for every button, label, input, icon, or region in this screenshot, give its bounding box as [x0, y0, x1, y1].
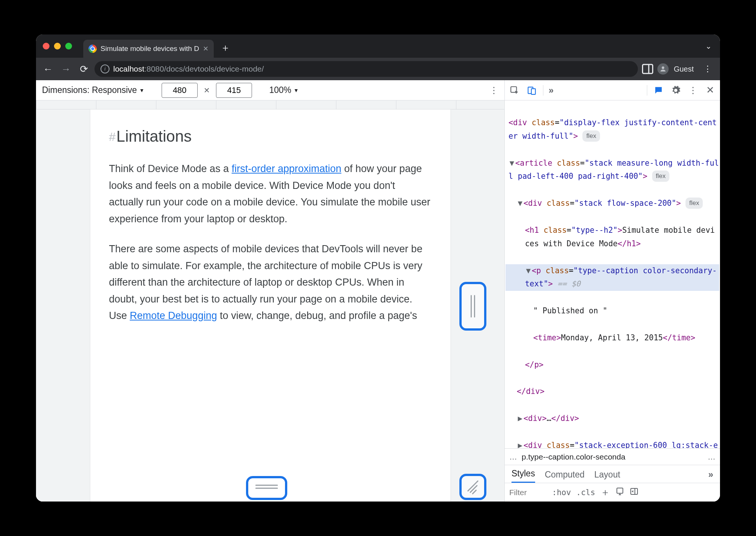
- page-heading: #Limitations: [109, 127, 432, 145]
- dimensions-label: Dimensions: Responsive: [42, 85, 137, 95]
- first-order-link[interactable]: first-order approximation: [232, 163, 342, 174]
- minimize-window-button[interactable]: [54, 43, 61, 49]
- styles-filter-input[interactable]: [509, 488, 547, 497]
- browser-menu-icon[interactable]: ⋮: [704, 64, 712, 74]
- url-host: localhost: [113, 64, 144, 73]
- ruler[interactable]: [36, 100, 504, 109]
- back-button[interactable]: ←: [40, 61, 56, 76]
- simulated-viewport[interactable]: #Limitations Think of Device Mode as a f…: [90, 109, 450, 502]
- styles-overflow-icon[interactable]: »: [708, 469, 713, 483]
- crumb-selected[interactable]: p.type--caption.color-seconda: [522, 452, 626, 461]
- devtools-menu-icon[interactable]: ⋮: [687, 84, 699, 96]
- styles-tabs: Styles Computed Layout »: [505, 465, 720, 483]
- device-more-icon[interactable]: ⋮: [489, 85, 498, 96]
- profile-label[interactable]: Guest: [674, 65, 694, 73]
- resize-handle-corner[interactable]: [459, 474, 486, 500]
- zoom-select[interactable]: 100% ▼: [269, 85, 299, 95]
- breadcrumbs[interactable]: … p.type--caption.color-seconda …: [505, 448, 720, 465]
- zoom-label: 100%: [269, 85, 291, 95]
- crumb-overflow-right[interactable]: …: [708, 452, 716, 461]
- svg-point-2: [662, 66, 664, 69]
- width-input[interactable]: [162, 83, 198, 98]
- device-toggle-icon[interactable]: [526, 84, 538, 96]
- svg-rect-6: [617, 488, 623, 493]
- url-path: /docs/devtools/device-mode/: [164, 64, 264, 73]
- browser-toolbar: ← → ⟳ i localhost:8080/docs/devtools/dev…: [36, 58, 720, 80]
- site-info-icon[interactable]: i: [100, 64, 110, 73]
- devtools-toolbar: » ⋮ ✕: [505, 80, 720, 100]
- resize-handle-bottom[interactable]: [246, 476, 287, 500]
- issues-icon[interactable]: [652, 84, 664, 96]
- close-tab-icon[interactable]: ✕: [203, 45, 208, 53]
- resize-handle-right[interactable]: [459, 282, 486, 331]
- close-devtools-icon[interactable]: ✕: [704, 84, 716, 96]
- settings-icon[interactable]: [670, 84, 682, 96]
- hash-icon: #: [109, 130, 116, 144]
- crumb-overflow-left[interactable]: …: [509, 452, 517, 461]
- window-controls: [43, 43, 72, 49]
- tab-layout[interactable]: Layout: [594, 470, 620, 483]
- tab-title: Simulate mobile devices with D: [100, 45, 199, 53]
- page-body: Think of Device Mode as a first-order ap…: [109, 160, 432, 324]
- titlebar: Simulate mobile devices with D ✕ ＋ ⌄: [36, 34, 720, 58]
- address-bar[interactable]: i localhost:8080/docs/devtools/device-mo…: [94, 61, 638, 77]
- forward-button[interactable]: →: [58, 61, 74, 76]
- toggle-sidebar-icon[interactable]: [630, 487, 639, 498]
- profile-avatar[interactable]: [657, 63, 669, 75]
- device-mode-pane: Dimensions: Responsive ▼ ✕ 100% ▼ ⋮ #Lim…: [36, 80, 505, 502]
- elements-tree[interactable]: <div class="display-flex justify-content…: [505, 100, 720, 448]
- maximize-window-button[interactable]: [65, 43, 72, 49]
- browser-tab[interactable]: Simulate mobile devices with D ✕: [83, 40, 214, 58]
- url-port: :8080: [144, 64, 164, 73]
- close-window-button[interactable]: [43, 43, 50, 49]
- svg-rect-5: [531, 88, 536, 94]
- reload-button[interactable]: ⟳: [76, 61, 92, 76]
- remote-debugging-link[interactable]: Remote Debugging: [130, 310, 217, 321]
- device-toolbar: Dimensions: Responsive ▼ ✕ 100% ▼ ⋮: [36, 80, 504, 100]
- devtools-pane: » ⋮ ✕ <div class="display-flex justify-c…: [505, 80, 720, 502]
- new-tab-button[interactable]: ＋: [220, 41, 231, 54]
- tab-styles[interactable]: Styles: [512, 469, 535, 483]
- content-area: Dimensions: Responsive ▼ ✕ 100% ▼ ⋮ #Lim…: [36, 80, 720, 502]
- viewport-area: #Limitations Think of Device Mode as a f…: [36, 109, 504, 502]
- height-input[interactable]: [216, 83, 252, 98]
- times-icon: ✕: [204, 86, 210, 95]
- styles-filter-bar: :hov .cls ＋: [505, 483, 720, 502]
- dimensions-select[interactable]: Dimensions: Responsive ▼: [42, 85, 144, 95]
- paragraph: Think of Device Mode as a first-order ap…: [109, 160, 432, 227]
- device-styles-icon[interactable]: [615, 487, 624, 498]
- heading-text: Limitations: [116, 127, 192, 145]
- side-panel-icon[interactable]: [641, 62, 654, 76]
- inspect-element-icon[interactable]: [508, 84, 520, 96]
- tab-search-icon[interactable]: ⌄: [705, 42, 712, 51]
- tab-computed[interactable]: Computed: [545, 470, 585, 483]
- cls-toggle[interactable]: .cls: [576, 488, 596, 497]
- dropdown-icon: ▼: [294, 87, 299, 93]
- hov-toggle[interactable]: :hov: [552, 488, 571, 497]
- chrome-icon: [88, 45, 97, 53]
- panels-overflow-icon[interactable]: »: [549, 85, 554, 96]
- dropdown-icon: ▼: [139, 87, 144, 93]
- svg-rect-0: [642, 64, 652, 73]
- paragraph: There are some aspects of mobile devices…: [109, 241, 432, 324]
- new-style-rule-icon[interactable]: ＋: [600, 486, 610, 499]
- browser-window: Simulate mobile devices with D ✕ ＋ ⌄ ← →…: [36, 34, 720, 502]
